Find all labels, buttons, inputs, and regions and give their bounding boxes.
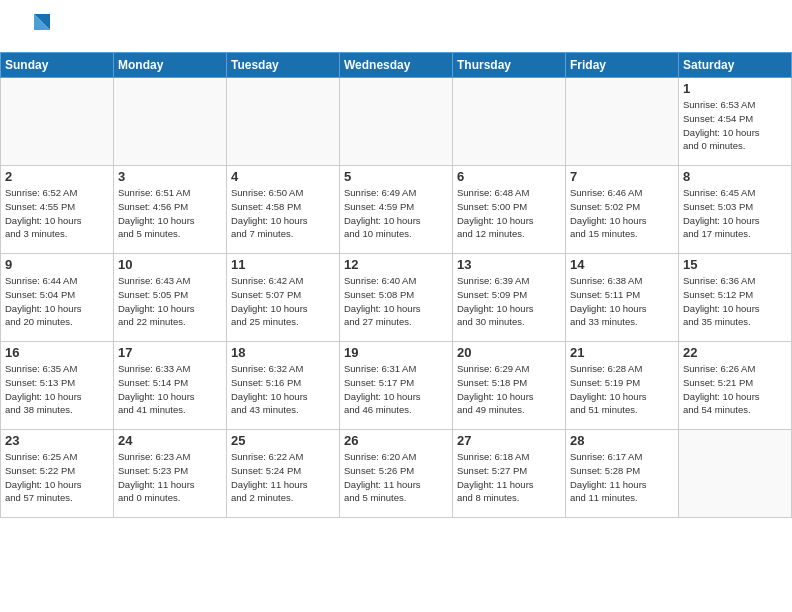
day-info: Sunrise: 6:36 AM Sunset: 5:12 PM Dayligh… <box>683 274 787 329</box>
table-row: 7Sunrise: 6:46 AM Sunset: 5:02 PM Daylig… <box>566 166 679 254</box>
day-info: Sunrise: 6:53 AM Sunset: 4:54 PM Dayligh… <box>683 98 787 153</box>
table-row: 17Sunrise: 6:33 AM Sunset: 5:14 PM Dayli… <box>114 342 227 430</box>
day-number: 21 <box>570 345 674 360</box>
table-row: 24Sunrise: 6:23 AM Sunset: 5:23 PM Dayli… <box>114 430 227 518</box>
table-row <box>453 78 566 166</box>
table-row: 19Sunrise: 6:31 AM Sunset: 5:17 PM Dayli… <box>340 342 453 430</box>
day-number: 4 <box>231 169 335 184</box>
day-info: Sunrise: 6:45 AM Sunset: 5:03 PM Dayligh… <box>683 186 787 241</box>
day-info: Sunrise: 6:33 AM Sunset: 5:14 PM Dayligh… <box>118 362 222 417</box>
day-number: 3 <box>118 169 222 184</box>
header <box>0 0 792 52</box>
col-header-wednesday: Wednesday <box>340 53 453 78</box>
day-info: Sunrise: 6:17 AM Sunset: 5:28 PM Dayligh… <box>570 450 674 505</box>
day-number: 9 <box>5 257 109 272</box>
day-number: 13 <box>457 257 561 272</box>
calendar-table: SundayMondayTuesdayWednesdayThursdayFrid… <box>0 52 792 518</box>
table-row: 25Sunrise: 6:22 AM Sunset: 5:24 PM Dayli… <box>227 430 340 518</box>
table-row: 14Sunrise: 6:38 AM Sunset: 5:11 PM Dayli… <box>566 254 679 342</box>
table-row: 3Sunrise: 6:51 AM Sunset: 4:56 PM Daylig… <box>114 166 227 254</box>
day-info: Sunrise: 6:38 AM Sunset: 5:11 PM Dayligh… <box>570 274 674 329</box>
logo-icon <box>14 10 50 46</box>
col-header-saturday: Saturday <box>679 53 792 78</box>
table-row: 11Sunrise: 6:42 AM Sunset: 5:07 PM Dayli… <box>227 254 340 342</box>
day-number: 17 <box>118 345 222 360</box>
day-info: Sunrise: 6:20 AM Sunset: 5:26 PM Dayligh… <box>344 450 448 505</box>
day-info: Sunrise: 6:39 AM Sunset: 5:09 PM Dayligh… <box>457 274 561 329</box>
day-info: Sunrise: 6:43 AM Sunset: 5:05 PM Dayligh… <box>118 274 222 329</box>
col-header-thursday: Thursday <box>453 53 566 78</box>
table-row: 6Sunrise: 6:48 AM Sunset: 5:00 PM Daylig… <box>453 166 566 254</box>
table-row <box>566 78 679 166</box>
day-number: 1 <box>683 81 787 96</box>
day-info: Sunrise: 6:50 AM Sunset: 4:58 PM Dayligh… <box>231 186 335 241</box>
day-info: Sunrise: 6:52 AM Sunset: 4:55 PM Dayligh… <box>5 186 109 241</box>
day-info: Sunrise: 6:35 AM Sunset: 5:13 PM Dayligh… <box>5 362 109 417</box>
table-row: 8Sunrise: 6:45 AM Sunset: 5:03 PM Daylig… <box>679 166 792 254</box>
day-number: 28 <box>570 433 674 448</box>
day-info: Sunrise: 6:48 AM Sunset: 5:00 PM Dayligh… <box>457 186 561 241</box>
table-row <box>340 78 453 166</box>
day-number: 15 <box>683 257 787 272</box>
day-number: 26 <box>344 433 448 448</box>
table-row <box>227 78 340 166</box>
day-number: 5 <box>344 169 448 184</box>
table-row: 5Sunrise: 6:49 AM Sunset: 4:59 PM Daylig… <box>340 166 453 254</box>
table-row: 4Sunrise: 6:50 AM Sunset: 4:58 PM Daylig… <box>227 166 340 254</box>
day-number: 8 <box>683 169 787 184</box>
day-info: Sunrise: 6:49 AM Sunset: 4:59 PM Dayligh… <box>344 186 448 241</box>
day-number: 6 <box>457 169 561 184</box>
day-info: Sunrise: 6:25 AM Sunset: 5:22 PM Dayligh… <box>5 450 109 505</box>
table-row: 18Sunrise: 6:32 AM Sunset: 5:16 PM Dayli… <box>227 342 340 430</box>
day-info: Sunrise: 6:29 AM Sunset: 5:18 PM Dayligh… <box>457 362 561 417</box>
table-row: 2Sunrise: 6:52 AM Sunset: 4:55 PM Daylig… <box>1 166 114 254</box>
table-row: 10Sunrise: 6:43 AM Sunset: 5:05 PM Dayli… <box>114 254 227 342</box>
col-header-sunday: Sunday <box>1 53 114 78</box>
day-info: Sunrise: 6:32 AM Sunset: 5:16 PM Dayligh… <box>231 362 335 417</box>
table-row: 12Sunrise: 6:40 AM Sunset: 5:08 PM Dayli… <box>340 254 453 342</box>
day-number: 25 <box>231 433 335 448</box>
col-header-monday: Monday <box>114 53 227 78</box>
table-row <box>114 78 227 166</box>
logo <box>14 10 50 46</box>
table-row <box>679 430 792 518</box>
table-row: 21Sunrise: 6:28 AM Sunset: 5:19 PM Dayli… <box>566 342 679 430</box>
day-number: 2 <box>5 169 109 184</box>
day-info: Sunrise: 6:42 AM Sunset: 5:07 PM Dayligh… <box>231 274 335 329</box>
table-row: 28Sunrise: 6:17 AM Sunset: 5:28 PM Dayli… <box>566 430 679 518</box>
table-row: 16Sunrise: 6:35 AM Sunset: 5:13 PM Dayli… <box>1 342 114 430</box>
table-row: 26Sunrise: 6:20 AM Sunset: 5:26 PM Dayli… <box>340 430 453 518</box>
day-number: 7 <box>570 169 674 184</box>
day-number: 16 <box>5 345 109 360</box>
day-info: Sunrise: 6:26 AM Sunset: 5:21 PM Dayligh… <box>683 362 787 417</box>
day-number: 14 <box>570 257 674 272</box>
day-info: Sunrise: 6:31 AM Sunset: 5:17 PM Dayligh… <box>344 362 448 417</box>
day-info: Sunrise: 6:18 AM Sunset: 5:27 PM Dayligh… <box>457 450 561 505</box>
table-row <box>1 78 114 166</box>
day-info: Sunrise: 6:23 AM Sunset: 5:23 PM Dayligh… <box>118 450 222 505</box>
day-number: 20 <box>457 345 561 360</box>
table-row: 27Sunrise: 6:18 AM Sunset: 5:27 PM Dayli… <box>453 430 566 518</box>
day-info: Sunrise: 6:22 AM Sunset: 5:24 PM Dayligh… <box>231 450 335 505</box>
day-info: Sunrise: 6:44 AM Sunset: 5:04 PM Dayligh… <box>5 274 109 329</box>
table-row: 9Sunrise: 6:44 AM Sunset: 5:04 PM Daylig… <box>1 254 114 342</box>
day-info: Sunrise: 6:46 AM Sunset: 5:02 PM Dayligh… <box>570 186 674 241</box>
day-info: Sunrise: 6:51 AM Sunset: 4:56 PM Dayligh… <box>118 186 222 241</box>
col-header-friday: Friday <box>566 53 679 78</box>
day-info: Sunrise: 6:28 AM Sunset: 5:19 PM Dayligh… <box>570 362 674 417</box>
table-row: 20Sunrise: 6:29 AM Sunset: 5:18 PM Dayli… <box>453 342 566 430</box>
day-number: 10 <box>118 257 222 272</box>
day-number: 27 <box>457 433 561 448</box>
col-header-tuesday: Tuesday <box>227 53 340 78</box>
table-row: 23Sunrise: 6:25 AM Sunset: 5:22 PM Dayli… <box>1 430 114 518</box>
table-row: 13Sunrise: 6:39 AM Sunset: 5:09 PM Dayli… <box>453 254 566 342</box>
day-number: 24 <box>118 433 222 448</box>
day-number: 19 <box>344 345 448 360</box>
day-number: 11 <box>231 257 335 272</box>
day-number: 23 <box>5 433 109 448</box>
day-info: Sunrise: 6:40 AM Sunset: 5:08 PM Dayligh… <box>344 274 448 329</box>
day-number: 12 <box>344 257 448 272</box>
day-number: 22 <box>683 345 787 360</box>
table-row: 22Sunrise: 6:26 AM Sunset: 5:21 PM Dayli… <box>679 342 792 430</box>
table-row: 15Sunrise: 6:36 AM Sunset: 5:12 PM Dayli… <box>679 254 792 342</box>
